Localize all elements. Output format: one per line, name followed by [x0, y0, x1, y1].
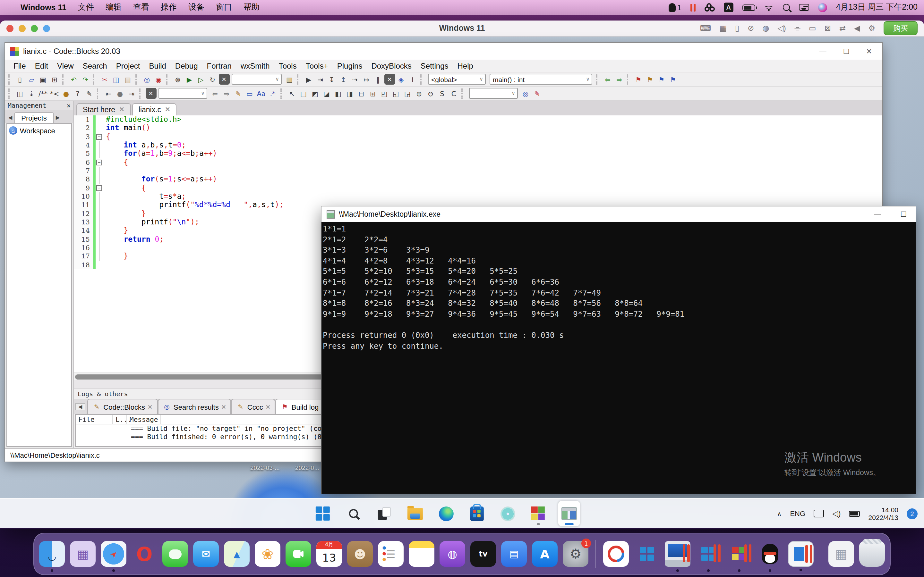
macos-menu-文件[interactable]: 文件 [78, 3, 94, 11]
logs-tab-scroll-icon[interactable]: ◀ [75, 403, 86, 410]
opera-icon[interactable]: O [132, 541, 157, 567]
close-tab-icon[interactable]: ✕ [119, 106, 124, 113]
match-case-icon[interactable]: Aa [256, 88, 267, 99]
build-target-combo[interactable] [232, 74, 282, 85]
codeblocks-taskbar-button[interactable] [527, 501, 549, 526]
search-prev-icon[interactable]: ⇐ [210, 88, 220, 99]
maps-icon[interactable] [224, 541, 250, 567]
step-out-icon[interactable]: ↥ [338, 74, 349, 85]
keynote-icon[interactable]: ▤ [501, 541, 527, 567]
thread-search-combo[interactable] [469, 88, 518, 99]
close-tab-icon[interactable]: ✕ [148, 404, 152, 410]
control-center-icon[interactable] [799, 4, 809, 11]
active-app-name[interactable]: Windows 11 [21, 3, 66, 12]
replace-icon[interactable]: ◉ [153, 74, 164, 85]
menu-wxsmith[interactable]: wxSmith [236, 61, 274, 70]
paste-icon[interactable]: ▤ [122, 74, 133, 85]
clear-search-icon[interactable]: ✕ [145, 88, 156, 99]
compiler-options-icon[interactable]: ▥ [284, 74, 295, 85]
toggle-bookmark-icon[interactable]: ● [115, 88, 126, 99]
wxs-pointer-icon[interactable]: ↖ [286, 88, 297, 99]
goto-back-icon[interactable]: ⇐ [602, 74, 613, 85]
selection-icon[interactable]: ▭ [244, 88, 255, 99]
safari-icon[interactable] [101, 541, 126, 567]
debug-info-icon[interactable]: i [407, 74, 418, 85]
build-and-run-icon[interactable]: ▷ [195, 74, 206, 85]
zoom-out-icon[interactable]: ⊖ [425, 88, 436, 99]
windows-11-icon[interactable] [634, 541, 660, 567]
regex-icon[interactable]: .* [267, 88, 278, 99]
wxs-align-right-icon[interactable]: ◨ [344, 88, 355, 99]
menu-search[interactable]: Search [78, 61, 111, 70]
doxy-block-comment-icon[interactable]: /** [37, 88, 48, 99]
tab-projects[interactable]: Projects [14, 112, 54, 123]
wxs-border-2-icon[interactable]: ◱ [391, 88, 401, 99]
volume-icon[interactable]: ◁) [777, 24, 786, 33]
red-flag-icon[interactable]: ⚑ [633, 74, 644, 85]
cyan-flag-icon[interactable]: ⚑ [668, 74, 678, 85]
volume-icon[interactable]: ◁) [832, 509, 841, 518]
trash-icon[interactable] [859, 541, 885, 567]
next-line-icon[interactable]: ⇢ [349, 74, 360, 85]
shared-folder-icon[interactable]: ⇄ [839, 24, 846, 33]
camera-disabled-icon[interactable]: ⊠ [825, 24, 831, 33]
menu-doxyblocks[interactable]: DoxyBlocks [367, 61, 416, 70]
buy-button[interactable]: 购买 [884, 21, 918, 35]
rebuild-icon[interactable]: ↻ [207, 74, 218, 85]
abort-build-icon[interactable]: ✕ [218, 74, 229, 85]
script-icon[interactable]: S [437, 88, 447, 99]
coherence-button[interactable] [43, 25, 50, 32]
logs-tab-code::blocks[interactable]: ✎Code::Blocks✕ [87, 399, 158, 414]
close-tab-icon[interactable]: ✕ [221, 404, 226, 410]
copy-icon[interactable]: ◫ [111, 74, 121, 85]
windows-apps-icon[interactable] [696, 541, 721, 567]
stop-debugger-icon[interactable]: ✕ [384, 74, 395, 85]
search-button[interactable] [342, 501, 365, 526]
menu-debug[interactable]: Debug [171, 61, 202, 70]
build-icon[interactable]: ⊛ [172, 74, 183, 85]
next-instruction-icon[interactable]: ↦ [361, 74, 372, 85]
notification-badge[interactable]: 2 [907, 508, 918, 519]
contacts-icon[interactable]: ☻ [347, 541, 373, 567]
fullscreen-button[interactable] [31, 25, 38, 32]
console-titlebar[interactable]: \\Mac\Home\Desktop\lianix.exe — ☐ [321, 206, 916, 222]
console-icon[interactable]: C [448, 88, 459, 99]
app-store-icon[interactable]: A [532, 541, 557, 567]
cut-icon[interactable]: ✂ [99, 74, 110, 85]
facetime-icon[interactable] [286, 541, 311, 567]
tray-overflow-icon[interactable]: ∧ [777, 510, 782, 517]
thread-search-options-icon[interactable]: ✎ [531, 88, 543, 99]
input-method-icon[interactable]: A [724, 3, 733, 12]
file-explorer-button[interactable] [404, 501, 426, 526]
thread-search-icon[interactable]: ◎ [520, 88, 531, 99]
debugging-windows-icon[interactable]: ◈ [396, 74, 407, 85]
minimize-icon[interactable]: — [874, 210, 881, 218]
logs-tab-cccc[interactable]: ✎Cccc✕ [231, 399, 276, 414]
menu-help[interactable]: Help [453, 61, 478, 70]
macos-menu-设备[interactable]: 设备 [188, 3, 204, 11]
codeblocks-titlebar[interactable]: lianix.c - Code::Blocks 20.03 — ☐ ✕ [5, 43, 882, 60]
blue-flag-icon[interactable]: ⚑ [656, 74, 667, 85]
wifi-icon[interactable] [764, 4, 774, 11]
notes-icon[interactable] [409, 541, 435, 567]
break-debugger-icon[interactable]: ∥ [373, 74, 383, 85]
prev-bookmark-icon[interactable]: ⇤ [103, 88, 114, 99]
apple-tv-icon[interactable]: tv [470, 541, 496, 567]
edge-button[interactable] [435, 501, 457, 526]
task-view-button[interactable] [373, 501, 395, 526]
minimize-icon[interactable]: — [819, 47, 827, 55]
logs-tab-search-results[interactable]: ◎Search results✕ [158, 399, 231, 414]
battery-icon[interactable] [742, 4, 755, 11]
notification-icon[interactable]: 1 [669, 3, 682, 12]
wxs-palette-icon[interactable]: □ [298, 88, 309, 99]
parallels-toolbox-icon[interactable] [603, 541, 629, 567]
start-button[interactable] [312, 501, 334, 526]
menu-project[interactable]: Project [111, 61, 145, 70]
minimize-button[interactable] [19, 25, 26, 32]
maximize-icon[interactable]: ☐ [900, 210, 907, 218]
incremental-search-combo[interactable] [158, 88, 207, 99]
parallels-icon[interactable] [704, 3, 715, 11]
menu-edit[interactable]: Edit [31, 61, 53, 70]
menu-plugins[interactable]: Plugins [333, 61, 367, 70]
menubar-clock[interactable]: 4月13日 周三 下午2:00 [836, 2, 918, 13]
